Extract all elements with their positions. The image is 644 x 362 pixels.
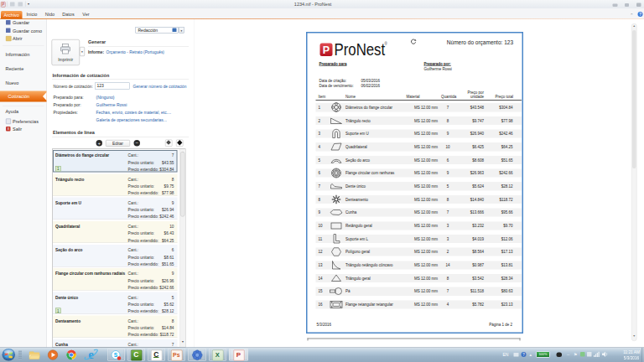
svg-text:S: S [114, 352, 118, 358]
